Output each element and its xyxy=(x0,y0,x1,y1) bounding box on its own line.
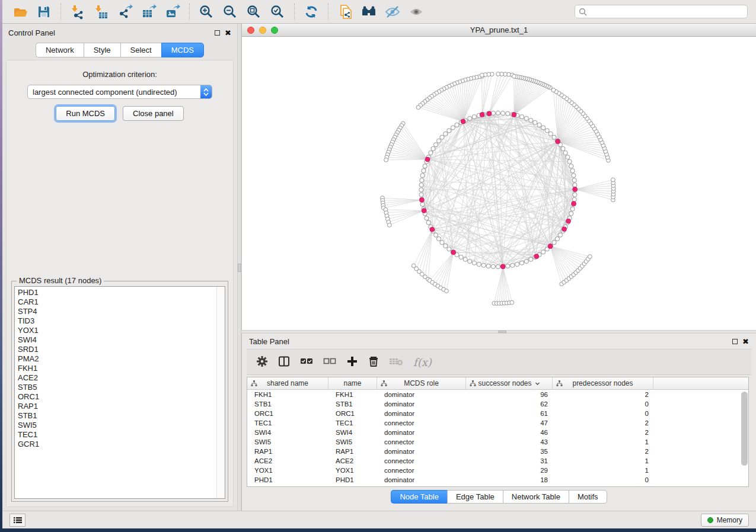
float-panel-icon[interactable] xyxy=(732,339,738,344)
open-session-icon[interactable] xyxy=(11,3,29,21)
list-item[interactable]: ORC1 xyxy=(15,392,225,402)
list-item[interactable]: GCR1 xyxy=(15,440,225,449)
select-all-icon[interactable] xyxy=(300,357,313,368)
network-search-box[interactable] xyxy=(575,5,748,18)
tab-style[interactable]: Style xyxy=(84,43,120,57)
table-row[interactable]: PHD1PHD1dominator180 xyxy=(247,475,748,485)
zoom-selected-icon[interactable] xyxy=(269,3,286,21)
zoom-fit-icon[interactable] xyxy=(245,3,263,21)
column-header[interactable]: successor nodes xyxy=(466,377,553,389)
hide-unselected-icon[interactable] xyxy=(384,3,401,21)
list-item[interactable]: ACE2 xyxy=(15,373,225,383)
import-table-icon[interactable] xyxy=(92,3,110,21)
tab-network[interactable]: Network xyxy=(36,43,84,57)
list-item[interactable]: SWI5 xyxy=(15,421,225,430)
table-body: FKH1FKH1dominator962STB1STB1dominator620… xyxy=(247,390,748,485)
list-item[interactable]: TEC1 xyxy=(15,430,225,440)
memory-label: Memory xyxy=(717,516,742,524)
table-scrollbar[interactable] xyxy=(741,392,748,466)
close-panel-button[interactable]: Close panel xyxy=(123,106,184,121)
list-item[interactable]: STB1 xyxy=(15,411,225,421)
task-history-button[interactable] xyxy=(9,514,25,527)
refresh-network-icon[interactable] xyxy=(302,3,320,21)
criterion-select[interactable]: largest connected component (undirected) xyxy=(27,85,212,99)
export-table-icon[interactable] xyxy=(140,3,158,21)
import-network-icon[interactable] xyxy=(69,3,87,21)
tab-select[interactable]: Select xyxy=(120,43,161,57)
vertical-splitter[interactable] xyxy=(237,24,241,511)
deselect-all-icon[interactable] xyxy=(323,357,336,368)
list-item[interactable]: RAP1 xyxy=(15,402,225,411)
list-item[interactable]: PMA2 xyxy=(15,354,225,364)
table-cell: 47 xyxy=(466,418,553,428)
table-cell: 96 xyxy=(466,390,553,399)
list-item[interactable]: FKH1 xyxy=(15,364,225,373)
horizontal-splitter[interactable] xyxy=(241,330,756,334)
table-row[interactable]: RAP1RAP1dominator352 xyxy=(247,447,748,456)
table-row[interactable]: SWI4SWI4dominator462 xyxy=(247,428,748,437)
close-panel-icon[interactable]: ✖ xyxy=(225,29,231,37)
table-cell: SWI5 xyxy=(328,437,377,447)
table-cell: 35 xyxy=(466,447,553,456)
delete-column-icon[interactable] xyxy=(368,355,379,369)
table-header-row: shared namenameMCDS rolesuccessor nodesp… xyxy=(247,377,748,390)
table-cell: SWI5 xyxy=(247,437,328,447)
tab-node-table[interactable]: Node Table xyxy=(391,490,447,504)
table-row[interactable]: SWI5SWI5connector431 xyxy=(247,437,748,447)
zoom-out-icon[interactable] xyxy=(221,3,239,21)
copy-network-icon[interactable] xyxy=(336,3,354,21)
table-row[interactable]: STB1STB1dominator620 xyxy=(247,399,748,409)
search-network-icon[interactable] xyxy=(360,3,378,21)
show-all-icon[interactable] xyxy=(407,3,425,21)
show-columns-icon[interactable] xyxy=(278,355,290,369)
tab-motifs[interactable]: Motifs xyxy=(569,490,607,504)
table-cell: PHD1 xyxy=(328,475,377,485)
table-row[interactable]: TEC1TEC1connector472 xyxy=(247,418,748,428)
table-row[interactable]: FKH1FKH1dominator962 xyxy=(247,390,748,399)
tab-mcds[interactable]: MCDS xyxy=(161,43,204,57)
column-header[interactable]: MCDS role xyxy=(377,377,466,389)
export-network-icon[interactable] xyxy=(116,3,134,21)
list-item[interactable]: STP4 xyxy=(15,307,225,316)
table-row[interactable]: YOX1YOX1connector291 xyxy=(247,466,748,475)
list-item[interactable]: CAR1 xyxy=(15,297,225,307)
export-image-icon[interactable] xyxy=(164,3,181,21)
list-item[interactable]: TID3 xyxy=(15,316,225,326)
list-item[interactable]: YOX1 xyxy=(15,326,225,335)
table-cell: 0 xyxy=(553,475,653,485)
run-mcds-button[interactable]: Run MCDS xyxy=(56,106,115,121)
list-item[interactable]: SWI4 xyxy=(15,335,225,345)
zoom-in-icon[interactable] xyxy=(197,3,215,21)
search-input[interactable] xyxy=(590,8,744,16)
splitter-grip[interactable] xyxy=(238,264,241,272)
table-cell: YOX1 xyxy=(247,466,328,475)
table-row[interactable]: ACE2ACE2connector311 xyxy=(247,456,748,466)
tab-edge-table[interactable]: Edge Table xyxy=(447,490,503,504)
tab-network-table[interactable]: Network Table xyxy=(503,490,569,504)
splitter-grip[interactable] xyxy=(498,331,506,333)
list-item[interactable]: SRD1 xyxy=(15,345,225,354)
list-scrollbar[interactable] xyxy=(216,287,225,498)
list-item[interactable]: PHD1 xyxy=(15,288,225,297)
table-options-gear-icon[interactable] xyxy=(256,355,268,369)
float-panel-icon[interactable] xyxy=(215,30,220,36)
memory-button[interactable]: Memory xyxy=(701,514,749,527)
table-cell: dominator xyxy=(377,447,466,456)
delete-table-icon xyxy=(389,356,403,368)
column-header[interactable]: predecessor nodes xyxy=(553,377,653,389)
close-panel-icon[interactable]: ✖ xyxy=(742,338,749,345)
toolbar-separator xyxy=(294,4,295,20)
table-row[interactable]: ORC1ORC1dominator610 xyxy=(247,409,748,418)
table-cell: TEC1 xyxy=(247,418,328,428)
list-item[interactable]: STB5 xyxy=(15,383,225,392)
save-session-icon[interactable] xyxy=(35,3,53,21)
network-titlebar[interactable]: YPA_prune.txt_1 xyxy=(242,24,756,37)
table-cell: SWI4 xyxy=(328,428,377,437)
column-header[interactable]: shared name xyxy=(247,377,328,389)
add-column-icon[interactable] xyxy=(346,355,358,369)
table-cell: FKH1 xyxy=(328,390,377,399)
column-header[interactable]: name xyxy=(328,377,377,389)
network-canvas[interactable] xyxy=(242,37,756,330)
table-cell: ACE2 xyxy=(247,456,328,466)
table-tabs: Node Table Edge Table Network Table Moti… xyxy=(242,487,756,506)
